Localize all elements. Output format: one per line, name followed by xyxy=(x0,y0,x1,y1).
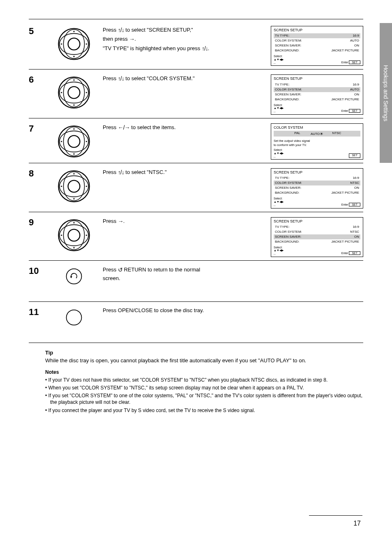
note-item: If you connect the player and your TV by… xyxy=(45,407,363,414)
note-item: When you set "COLOR SYSTEM" to "NTSC," i… xyxy=(45,385,363,391)
step-number: 8 xyxy=(29,168,45,208)
instruction-text: Press ↑/↓ to select "SCREEN SETUP," xyxy=(103,26,256,34)
dpad-icon xyxy=(58,76,90,111)
instruction-text: "TV TYPE" is highlighted when you press … xyxy=(103,44,256,53)
instruction-text: then press →. xyxy=(103,35,256,43)
instruction-text: screen. xyxy=(103,275,256,283)
note-item: If your TV does not have this selector, … xyxy=(45,377,363,383)
instruction-text: Press ↑/↓ to select "NTSC." xyxy=(103,168,256,176)
note-item: If you set "COLOR SYSTEM" to one of the … xyxy=(45,392,363,405)
dpad-icon xyxy=(58,170,90,204)
side-tab: Hookups and Settings xyxy=(380,23,392,163)
instruction-text: Press ←/→ to select the items. xyxy=(103,123,256,132)
step-row: 8 Press ↑/↓ to select "NTSC." SCREEN SET… xyxy=(29,163,363,212)
step-row: 9 Press →. SCREEN SETUP TV TYPE:16:9COLO… xyxy=(29,212,363,261)
top-rule xyxy=(29,19,363,19)
notes-section: Notes If your TV does not have this sele… xyxy=(29,364,363,414)
page-number-rule xyxy=(309,515,362,516)
screen-display: SCREEN SETUP TV TYPE:16:9COLOR SYSTEM:AU… xyxy=(271,26,363,66)
dpad-icon xyxy=(58,219,90,253)
step-row: 6 Press ↑/↓ to select "COLOR SYSTEM." SC… xyxy=(29,70,363,118)
step-number: 10 xyxy=(29,266,45,298)
tip-section: Tip While the disc tray is open, you can… xyxy=(29,343,363,364)
notes-list: If your TV does not have this selector, … xyxy=(45,377,363,414)
screen-display: SCREEN SETUP TV TYPE:16:9COLOR SYSTEM:AU… xyxy=(271,74,363,114)
instruction-text: Press OPEN/CLOSE to close the disc tray. xyxy=(103,307,256,315)
screen-display: SCREEN SETUP TV TYPE:16:9COLOR SYSTEM:NT… xyxy=(271,217,363,257)
step-row: 5 Press ↑/↓ to select "SCREEN SETUP,"the… xyxy=(29,21,363,70)
instruction-text: Press ↺ RETURN to return to the normal xyxy=(103,266,256,274)
screen-display: COLOR SYSTEM PALAUTO☀NTSC Set the output… xyxy=(271,123,363,160)
step-row: 7 Press ←/→ to select the items. COLOR S… xyxy=(29,118,363,164)
step-number: 7 xyxy=(29,123,45,160)
dpad-icon xyxy=(58,28,90,62)
tip-heading: Tip xyxy=(45,350,363,356)
step-number: 9 xyxy=(29,217,45,257)
page-number: 17 xyxy=(353,520,361,527)
instruction-text: Press ↑/↓ to select "COLOR SYSTEM." xyxy=(103,74,256,83)
return-button-icon xyxy=(65,267,83,287)
step-row: 11 Press OPEN/CLOSE to close the disc tr… xyxy=(29,302,363,343)
dpad-icon xyxy=(58,125,90,160)
tip-text: While the disc tray is open, you cannot … xyxy=(45,357,363,364)
open-close-button-icon xyxy=(65,308,83,328)
step-number: 5 xyxy=(29,26,45,66)
step-number: 11 xyxy=(29,307,45,339)
step-row: 10 Press ↺ RETURN to return to the norma… xyxy=(29,261,363,302)
notes-heading: Notes xyxy=(45,369,363,375)
step-number: 6 xyxy=(29,74,45,114)
screen-display: SCREEN SETUP TV TYPE:16:9COLOR SYSTEM:NT… xyxy=(271,168,363,208)
instruction-text: Press →. xyxy=(103,217,256,225)
